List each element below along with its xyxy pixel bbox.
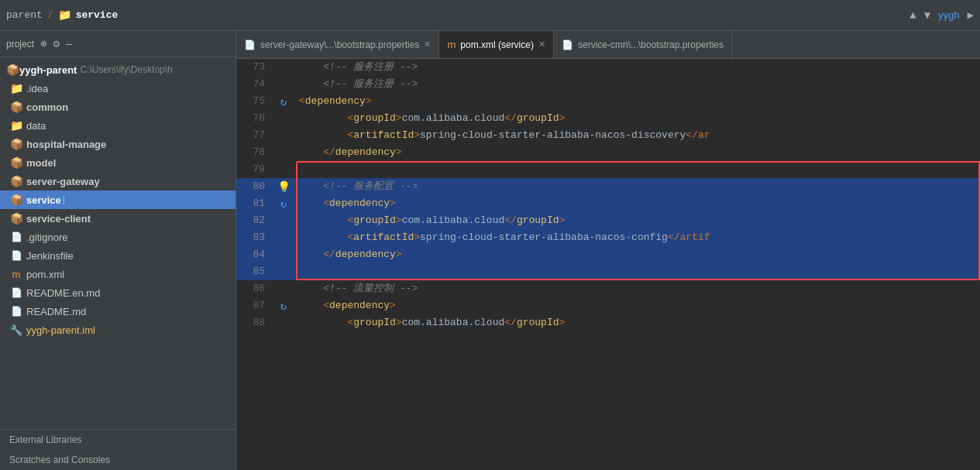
- code-line-87: 87 ↻ <dependency>: [236, 297, 980, 314]
- line-content: <artifactId>spring-cloud-starter-alibaba…: [296, 229, 980, 246]
- sidebar-item-label: service: [26, 194, 61, 206]
- tab-pom-xml[interactable]: m pom.xml (service) ✕: [439, 31, 554, 58]
- sidebar-item-data[interactable]: 📁 data: [0, 116, 236, 135]
- arrow-up-icon[interactable]: ▲: [910, 9, 916, 22]
- line-content: </dependency>: [296, 246, 980, 263]
- breadcrumb-service[interactable]: service: [76, 9, 119, 21]
- line-gutter: ↻: [271, 297, 296, 314]
- sidebar-item-label: hospital-manage: [26, 139, 106, 150]
- minimize-icon[interactable]: —: [66, 38, 72, 50]
- sidebar-item-server-gateway[interactable]: 📦 server-gateway: [0, 172, 236, 190]
- iml-icon: 🔧: [9, 324, 23, 336]
- sidebar-bottom: External Libraries Scratches and Console…: [0, 429, 236, 470]
- gutter-arrow-icon[interactable]: ↻: [280, 197, 287, 211]
- code-line-80: 80 💡 <!-- 服务配置 -->: [236, 178, 980, 195]
- code-line-83: 83 <artifactId>spring-cloud-starter-alib…: [236, 229, 980, 246]
- folder-icon: 📁: [9, 119, 23, 132]
- sidebar-item-label: pom.xml: [26, 269, 64, 280]
- module-icon: 📦: [9, 175, 23, 187]
- sidebar-item-gitignore[interactable]: 📄 .gitignore: [0, 228, 236, 246]
- expand-icon[interactable]: ▶: [968, 9, 974, 22]
- code-line-81: 81 ↻ <dependency>: [236, 195, 980, 212]
- gutter-arrow-icon[interactable]: ↻: [280, 300, 287, 313]
- sidebar-item-label: README.md: [26, 306, 86, 317]
- line-content: <!-- 服务配置 -->: [296, 178, 980, 195]
- line-gutter: [271, 229, 296, 246]
- code-line-86: 86 <!-- 流量控制 -->: [236, 280, 980, 297]
- sidebar-item-label: service-client: [26, 213, 91, 225]
- sidebar-item-idea[interactable]: 📁 .idea: [0, 79, 236, 98]
- line-gutter: ↻: [271, 195, 296, 212]
- sidebar-item-label: model: [26, 157, 56, 169]
- external-libraries-label: External Libraries: [9, 434, 81, 445]
- topbar-icons: ▲ ▼ yygh ▶: [910, 9, 974, 22]
- sidebar-item-label: common: [26, 101, 68, 113]
- scratches-item[interactable]: Scratches and Consoles: [0, 450, 236, 470]
- breadcrumb-parent[interactable]: parent: [6, 9, 43, 21]
- line-gutter: [271, 314, 296, 331]
- line-gutter: ↻: [271, 93, 296, 110]
- file-icon: 📄: [9, 249, 23, 262]
- code-line-76: 76 <groupId>com.alibaba.cloud</groupId>: [236, 110, 980, 127]
- sidebar-item-label: yygh-parent.iml: [26, 324, 95, 336]
- settings-icon[interactable]: ⚙: [53, 37, 59, 50]
- gutter-bulb-icon[interactable]: 💡: [277, 180, 291, 194]
- module-icon: 📦: [9, 212, 23, 225]
- tab-service-cmn-bootstrap[interactable]: 📄 service-cmn\...\bootstrap.properties: [554, 31, 732, 58]
- folder-icon: 📁: [9, 82, 23, 94]
- line-content: </dependency>: [296, 144, 980, 161]
- code-line-78: 78 </dependency>: [236, 144, 980, 161]
- username-label: yygh: [938, 9, 959, 21]
- sidebar-item-model[interactable]: 📦 model: [0, 153, 236, 172]
- line-number: 85: [236, 263, 271, 280]
- sidebar-item-hospital-manage[interactable]: 📦 hospital-manage: [0, 135, 236, 153]
- tab-close-button[interactable]: ✕: [424, 39, 431, 50]
- tab-file-icon: 📄: [562, 39, 573, 50]
- sidebar-item-label: README.en.md: [26, 287, 100, 299]
- module-icon: 📦: [9, 101, 23, 113]
- line-content: [296, 263, 980, 280]
- line-gutter: [271, 212, 296, 229]
- add-icon[interactable]: ⊕: [40, 37, 46, 50]
- code-line-85: 85: [236, 263, 980, 280]
- code-line-82: 82 <groupId>com.alibaba.cloud</groupId>: [236, 212, 980, 229]
- line-number: 76: [236, 110, 271, 127]
- gutter-arrow-icon[interactable]: ↻: [280, 95, 287, 108]
- file-icon: 📄: [9, 231, 23, 243]
- line-number: 73: [236, 59, 271, 76]
- sidebar-item-service-client[interactable]: 📦 service-client: [0, 209, 236, 228]
- code-line-73: 73 <!-- 服务注册 -->: [236, 59, 980, 76]
- line-number: 75: [236, 93, 271, 110]
- code-line-84: 84 </dependency>: [236, 246, 980, 263]
- tree-root[interactable]: 📦 yygh-parent C:\Users\lfy\Desktop\h: [0, 60, 236, 79]
- file-icon: 📄: [9, 305, 23, 317]
- line-gutter: [271, 246, 296, 263]
- sidebar-item-pom[interactable]: m pom.xml: [0, 265, 236, 283]
- sidebar-item-jenkinsfile[interactable]: 📄 Jenkinsfile: [0, 246, 236, 265]
- line-content: <artifactId>spring-cloud-starter-alibaba…: [296, 127, 980, 144]
- sidebar-item-iml[interactable]: 🔧 yygh-parent.iml: [0, 321, 236, 339]
- tab-server-gateway-bootstrap[interactable]: 📄 server-gateway\...\bootstrap.propertie…: [236, 31, 439, 58]
- top-breadcrumb-bar: parent / 📁 service ▲ ▼ yygh ▶: [0, 0, 980, 31]
- line-content: <dependency>: [296, 195, 980, 212]
- sidebar-item-readme[interactable]: 📄 README.md: [0, 302, 236, 321]
- external-libraries-item[interactable]: External Libraries: [0, 430, 236, 450]
- line-number: 82: [236, 212, 271, 229]
- line-number: 81: [236, 195, 271, 212]
- code-line-77: 77 <artifactId>spring-cloud-starter-alib…: [236, 127, 980, 144]
- line-content: <!-- 服务注册 -->: [296, 59, 980, 76]
- arrow-down-icon[interactable]: ▼: [924, 9, 930, 22]
- tab-label: pom.xml (service): [460, 39, 534, 50]
- main-layout: project ⊕ ⚙ — 📦 yygh-parent C:\Users\lfy…: [0, 31, 980, 470]
- sidebar-item-common[interactable]: 📦 common: [0, 98, 236, 116]
- tab-close-button[interactable]: ✕: [538, 39, 545, 50]
- line-content: <groupId>com.alibaba.cloud</groupId>: [296, 314, 980, 331]
- code-editor[interactable]: 73 <!-- 服务注册 --> 74 <!-- 服务注册 --> 75 ↻: [236, 59, 980, 470]
- tab-label: server-gateway\...\bootstrap.properties: [260, 39, 419, 50]
- sidebar-item-service[interactable]: 📦 service |: [0, 190, 236, 209]
- pom-icon: m: [9, 268, 23, 280]
- tab-file-icon: 📄: [244, 39, 256, 50]
- sidebar-item-readme-en[interactable]: 📄 README.en.md: [0, 283, 236, 302]
- sidebar-item-label: .gitignore: [26, 232, 67, 243]
- root-module-icon: 📦: [6, 63, 19, 76]
